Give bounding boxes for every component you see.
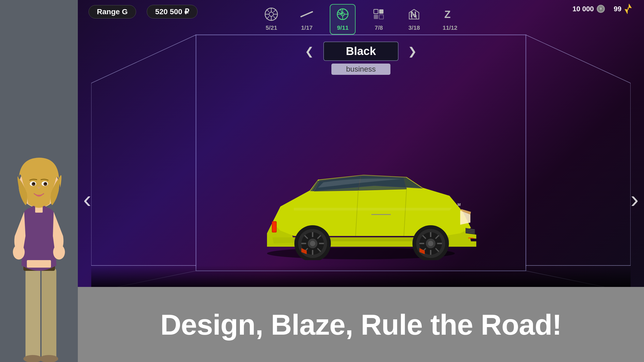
svg-rect-42 — [379, 15, 383, 19]
svg-rect-1 — [42, 268, 56, 359]
svg-rect-18 — [27, 260, 51, 268]
svg-line-29 — [273, 16, 276, 19]
svg-point-7 — [53, 245, 65, 260]
svg-text:N: N — [410, 10, 416, 19]
svg-rect-16 — [32, 206, 35, 213]
tab-wrap[interactable]: 7/8 — [366, 5, 391, 34]
color-name-bar: ❮ Black ❯ — [301, 42, 421, 61]
style1-count: 3/18 — [408, 24, 420, 31]
svg-rect-40 — [379, 9, 383, 14]
wrap-icon — [372, 7, 386, 23]
svg-line-31 — [266, 16, 269, 19]
svg-rect-41 — [374, 15, 378, 19]
svg-point-23 — [269, 12, 273, 16]
icon-tabs: 5/21 1/17 — [78, 0, 644, 35]
svg-line-28 — [266, 9, 269, 12]
svg-rect-59 — [272, 222, 276, 232]
svg-point-15 — [45, 183, 46, 184]
color-count: 9/11 — [337, 24, 349, 31]
svg-line-46 — [91, 35, 196, 83]
wheels-count: 5/21 — [266, 24, 277, 31]
tab-wheels[interactable]: 5/21 — [259, 5, 284, 34]
tab-stripe[interactable]: 1/17 — [294, 5, 319, 34]
svg-point-64 — [310, 241, 315, 246]
nav-left-arrow[interactable]: ‹ — [83, 187, 91, 211]
stripe-icon — [300, 7, 314, 23]
character-area — [3, 121, 75, 362]
wrap-count: 7/8 — [375, 24, 383, 31]
showcase: ❮ Black ❯ business — [91, 29, 631, 287]
floor — [91, 265, 631, 287]
car-display: M — [240, 158, 482, 271]
tab-style2[interactable]: Z 11/12 — [437, 5, 463, 34]
svg-point-14 — [33, 183, 35, 184]
svg-line-32 — [301, 12, 312, 17]
bottom-section: Design, Blaze, Rule the Road! — [78, 287, 644, 362]
color-prev-arrow[interactable]: ❮ — [301, 44, 318, 59]
style1-icon: N — [407, 7, 421, 23]
svg-line-30 — [273, 9, 276, 12]
wheels-icon — [264, 7, 278, 23]
car-svg: M — [240, 158, 482, 260]
svg-point-77 — [428, 241, 433, 246]
color-type-display: business — [331, 64, 390, 75]
svg-rect-17 — [43, 206, 46, 213]
svg-point-6 — [13, 245, 25, 260]
nav-right-arrow[interactable]: › — [631, 187, 639, 211]
left-panel — [0, 0, 78, 362]
tagline: Design, Blaze, Rule the Road! — [160, 308, 561, 341]
stripe-count: 1/17 — [301, 24, 313, 31]
style2-count: 11/12 — [442, 24, 457, 31]
svg-line-49 — [526, 35, 631, 83]
style2-icon: Z — [443, 7, 457, 23]
tab-color[interactable]: 9/11 — [330, 4, 356, 35]
color-selector: ❮ Black ❯ business — [301, 42, 421, 75]
svg-rect-39 — [374, 9, 378, 14]
svg-rect-0 — [25, 268, 40, 359]
character-figure — [4, 134, 74, 362]
color-next-arrow[interactable]: ❯ — [404, 44, 421, 59]
color-name-display: Black — [323, 42, 398, 61]
svg-text:Z: Z — [444, 9, 451, 20]
svg-text:M: M — [458, 202, 461, 207]
color-icon — [336, 7, 350, 23]
tab-style1[interactable]: N 3/18 — [402, 5, 426, 34]
